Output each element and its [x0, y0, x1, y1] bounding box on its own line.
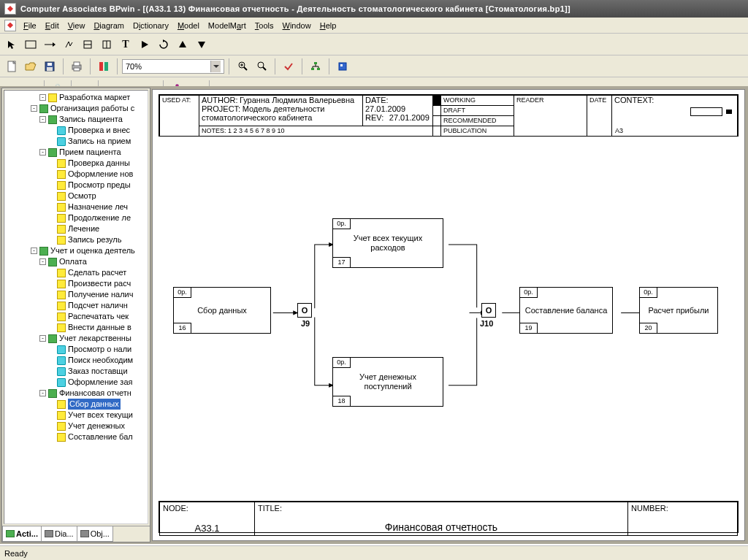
- window-titlebar: Computer Associates BPwin - [(A33.1 13) …: [0, 0, 748, 18]
- tree-item[interactable]: Получение налич: [4, 289, 148, 300]
- tree-item[interactable]: Запись резуль: [4, 234, 148, 245]
- tree-item[interactable]: Учет всех текущи: [4, 410, 148, 421]
- down-tool[interactable]: [193, 36, 210, 53]
- tree-item[interactable]: Просмотр преды: [4, 180, 148, 191]
- activity-tool[interactable]: [22, 36, 39, 53]
- tree-item[interactable]: Составление бал: [4, 431, 148, 442]
- tree-item[interactable]: Заказ поставщи: [4, 366, 148, 377]
- tree-button[interactable]: [307, 58, 324, 75]
- svg-rect-23: [317, 68, 320, 70]
- play-tool[interactable]: [136, 36, 153, 53]
- arrow-tool[interactable]: [41, 36, 58, 53]
- squiggle-tool[interactable]: [60, 36, 77, 53]
- tree-item[interactable]: Учет денежных: [4, 421, 148, 431]
- activity-box-2[interactable]: 0р. Учет всех текущих расходов 17: [332, 218, 443, 268]
- tree-item[interactable]: -Финансовая отчетн: [4, 388, 148, 399]
- pointer-tool[interactable]: [3, 36, 20, 53]
- tree-item[interactable]: Оформление зая: [4, 377, 148, 388]
- diagram-footer: NODE:A33.1 TITLE:Финансовая отчетность N…: [159, 501, 739, 533]
- menu-bar: File Edit View Diagram Dictionary Model …: [0, 18, 748, 34]
- activity-box-1[interactable]: 0р. Сбор данных 16: [173, 287, 271, 334]
- menu-tools[interactable]: Tools: [251, 20, 278, 31]
- menu-diagram[interactable]: Diagram: [89, 20, 129, 31]
- tree-item[interactable]: -Организация работы с: [4, 103, 148, 114]
- diagram-area: 0р. Сбор данных 16 O J9 0р. Учет всех те…: [159, 141, 739, 496]
- tree-item[interactable]: Сбор данных: [4, 399, 148, 410]
- tab-diagrams[interactable]: Dia...: [41, 526, 77, 542]
- tree-item[interactable]: -Прием пациента: [4, 147, 148, 158]
- activity-box-4[interactable]: 0р. Составление баланса 19: [519, 287, 613, 334]
- up-tool[interactable]: [174, 36, 191, 53]
- tree-item[interactable]: Оформление нов: [4, 169, 148, 180]
- zoom-fit-button[interactable]: [253, 58, 270, 75]
- report-button[interactable]: [334, 58, 351, 75]
- tree-item[interactable]: Запись на прием: [4, 136, 148, 147]
- tree-item[interactable]: Назначение леч: [4, 202, 148, 212]
- junction-j10-label: J10: [480, 319, 493, 328]
- menu-window[interactable]: Window: [278, 20, 316, 31]
- menu-model[interactable]: Model: [173, 20, 204, 31]
- check-button[interactable]: [280, 58, 297, 75]
- save-button[interactable]: [41, 58, 58, 75]
- tab-objects[interactable]: Obj...: [77, 526, 113, 542]
- status-bar: Ready: [0, 545, 748, 560]
- svg-rect-29: [340, 64, 343, 66]
- ref-tool[interactable]: [79, 36, 96, 53]
- palette-button[interactable]: [95, 58, 112, 75]
- toolbar-draw: T: [0, 34, 748, 55]
- tree-item[interactable]: Просмотр о нали: [4, 344, 148, 355]
- menu-edit[interactable]: Edit: [41, 20, 64, 31]
- tree-item[interactable]: -Разработка маркет: [4, 92, 148, 103]
- junction-j9-label: J9: [301, 319, 310, 328]
- tree-item[interactable]: Подсчет наличн: [4, 300, 148, 311]
- menu-dictionary[interactable]: Dictionary: [129, 20, 173, 31]
- new-button[interactable]: [3, 58, 20, 75]
- tree-item[interactable]: -Оплата: [4, 256, 148, 267]
- menu-file[interactable]: File: [19, 20, 41, 31]
- used-at-label: USED AT:: [160, 96, 199, 137]
- loop-tool[interactable]: [155, 36, 172, 53]
- zoom-combo[interactable]: 70%: [122, 59, 224, 74]
- doc-icon: [4, 20, 16, 31]
- model-tree[interactable]: -Разработка маркет-Организация работы с-…: [4, 90, 148, 524]
- activity-box-5[interactable]: 0р. Расчет прибыли 20: [639, 287, 718, 334]
- tree-item[interactable]: Сделать расчет: [4, 267, 148, 278]
- svg-line-20: [263, 67, 266, 70]
- menu-view[interactable]: View: [64, 20, 90, 31]
- tree-item[interactable]: -Учет лекарственны: [4, 333, 148, 344]
- tree-item[interactable]: Произвести расч: [4, 278, 148, 289]
- tree-item[interactable]: Распечатать чек: [4, 311, 148, 322]
- diagram-canvas[interactable]: USED AT: AUTHOR: Гуранна Людмила Валерье…: [152, 89, 745, 541]
- menu-modelmart[interactable]: ModelMart: [204, 20, 251, 31]
- tree-item[interactable]: -Запись пациента: [4, 114, 148, 125]
- toolbar-file: 70%: [0, 55, 748, 77]
- junction-j10[interactable]: O: [481, 303, 496, 318]
- tree-item[interactable]: Проверка данны: [4, 158, 148, 169]
- datastore-tool[interactable]: [98, 36, 115, 53]
- text-tool[interactable]: T: [117, 36, 134, 53]
- tree-item[interactable]: Лечение: [4, 223, 148, 234]
- svg-rect-12: [74, 68, 80, 71]
- tree-item[interactable]: -Учет и оценка деятель: [4, 245, 148, 256]
- open-button[interactable]: [22, 58, 39, 75]
- tree-item[interactable]: Осмотр: [4, 191, 148, 202]
- print-button[interactable]: [68, 58, 85, 75]
- status-text: Ready: [4, 549, 28, 558]
- zoom-in-button[interactable]: [234, 58, 251, 75]
- svg-rect-14: [104, 62, 108, 71]
- svg-rect-9: [47, 63, 52, 66]
- diagram-header: USED AT: AUTHOR: Гуранна Людмила Валерье…: [159, 94, 739, 137]
- svg-rect-11: [74, 62, 80, 66]
- tree-item[interactable]: Продолжение ле: [4, 212, 148, 223]
- app-icon: [4, 3, 16, 15]
- tree-item[interactable]: Проверка и внес: [4, 125, 148, 136]
- menu-help[interactable]: Help: [316, 20, 341, 31]
- activity-box-3[interactable]: 0р. Учет денежных поступлений 18: [332, 357, 443, 407]
- window-title: Computer Associates BPwin - [(A33.1 13) …: [20, 4, 570, 13]
- tree-item[interactable]: Внести данные в: [4, 322, 148, 333]
- activities-icon: [6, 530, 15, 537]
- chevron-down-icon[interactable]: [210, 61, 221, 72]
- tab-activities[interactable]: Acti...: [2, 526, 42, 542]
- junction-j9[interactable]: O: [297, 303, 312, 318]
- tree-item[interactable]: Поиск необходим: [4, 355, 148, 366]
